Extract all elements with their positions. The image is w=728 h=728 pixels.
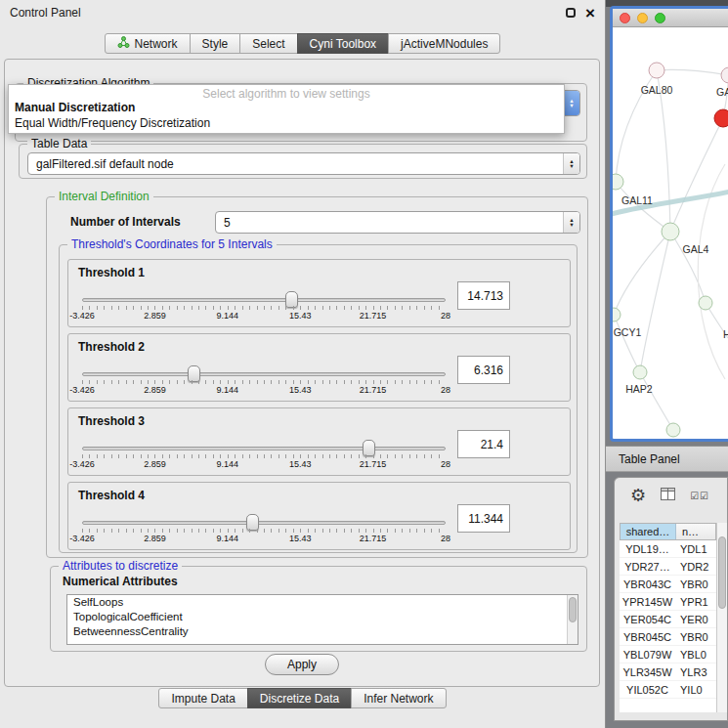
tick-label: -3.426 — [69, 311, 95, 321]
threshold-1-slider[interactable]: -3.426 2.859 9.144 15.43 21.715 28 — [82, 291, 446, 322]
table-panel-title: Table Panel — [619, 452, 680, 466]
tab-discretize-data[interactable]: Discretize Data — [247, 688, 352, 708]
scrollbar-thumb[interactable] — [718, 536, 726, 609]
list-item[interactable]: TopologicalCoefficient — [67, 610, 578, 624]
tick-label: -3.426 — [69, 385, 95, 395]
node-bottom-partial[interactable] — [666, 423, 680, 437]
menu-item-manual-discretization[interactable]: Manual Discretization — [9, 100, 564, 115]
table-panel-bar[interactable]: Table Panel — [606, 446, 728, 472]
tick-label: 15.43 — [289, 385, 312, 395]
table-row[interactable]: YBR043CYBR0 — [620, 576, 716, 593]
scrollbar-thumb[interactable] — [569, 597, 577, 622]
node-label-gal80: GAL80 — [641, 84, 673, 96]
column-header-name[interactable]: n… — [676, 524, 715, 539]
node-ga-partial[interactable] — [721, 67, 728, 83]
network-canvas[interactable]: GAL80 GA GAL11 GAL4 GCY1 H HAP2 — [613, 27, 728, 438]
columns-icon[interactable] — [661, 487, 675, 504]
cell: YIL0 — [675, 684, 716, 696]
float-window-icon[interactable] — [566, 8, 576, 18]
threshold-1-value-field[interactable]: 14.713 — [457, 281, 510, 310]
threshold-4-value-field[interactable]: 11.344 — [457, 504, 510, 533]
threshold-3-slider-track[interactable] — [82, 447, 446, 450]
threshold-4-slider-track[interactable] — [82, 521, 446, 525]
table-row[interactable]: YBL079WYBL0 — [620, 646, 716, 664]
cell: YPR1 — [675, 596, 716, 608]
threshold-3-value-field[interactable]: 21.4 — [457, 430, 510, 458]
apply-button[interactable]: Apply — [265, 654, 339, 675]
cell: YPR145W — [620, 596, 675, 608]
tab-impute-data[interactable]: Impute Data — [158, 688, 247, 708]
control-panel-titlebar: Control Panel × — [0, 0, 605, 25]
algorithm-placeholder-text: Select algorithm to view settings — [9, 85, 564, 100]
node-selected-red[interactable] — [714, 109, 728, 127]
tab-network[interactable]: Network — [105, 33, 191, 54]
threshold-1-slider-track[interactable] — [82, 298, 446, 302]
table-row[interactable]: YBR045CYBR0 — [620, 628, 716, 646]
tab-cyni-toolbox-label: Cyni Toolbox — [310, 37, 376, 51]
number-of-intervals-label: Number of Intervals — [70, 215, 181, 229]
numerical-attributes-list[interactable]: SelfLoops TopologicalCoefficient Between… — [66, 594, 578, 645]
tick-label: 21.715 — [360, 311, 387, 321]
tab-jactivemnodules[interactable]: jActiveMNodules — [388, 33, 500, 54]
attributes-group: Attributes to discretize Numerical Attri… — [50, 566, 587, 652]
threshold-2-slider-track[interactable] — [82, 372, 446, 376]
table-row[interactable]: YLR345WYLR3 — [620, 664, 716, 681]
threshold-3-slider[interactable]: -3.426 2.859 9.144 15.43 21.715 28 — [82, 440, 446, 471]
node-right[interactable] — [699, 296, 712, 310]
cell: YBR0 — [675, 631, 716, 643]
threshold-2-tickmarks — [82, 380, 446, 384]
tab-style[interactable]: Style — [190, 33, 241, 54]
close-window-icon[interactable]: × — [585, 5, 595, 21]
tab-infer-network[interactable]: Infer Network — [351, 688, 446, 708]
number-of-intervals-combobox[interactable]: 5 ▲▼ — [215, 211, 580, 234]
list-item[interactable]: BetweennessCentrality — [67, 624, 578, 639]
node-gal4[interactable] — [662, 223, 679, 240]
threshold-3-tick-labels: -3.426 2.859 9.144 15.43 21.715 28 — [82, 459, 446, 469]
tick-label: 15.43 — [289, 311, 312, 321]
cell: YDL19… — [620, 543, 675, 555]
gear-icon[interactable]: ⚙ — [630, 487, 646, 504]
table-data-combobox-stepper-icon[interactable]: ▲▼ — [563, 153, 579, 174]
threshold-2-value-field[interactable]: 6.316 — [457, 356, 510, 384]
close-traffic-light-icon[interactable] — [620, 13, 630, 23]
tick-label: 2.859 — [144, 385, 166, 395]
zoom-traffic-light-icon[interactable] — [655, 13, 665, 23]
interval-definition-group-title: Interval Definition — [55, 190, 153, 203]
table-data-group: Table Data galFiltered.sif default node … — [19, 144, 587, 179]
threshold-4-slider[interactable]: -3.426 2.859 9.144 15.43 21.715 28 — [82, 514, 446, 545]
algorithm-combobox-stepper-icon[interactable]: ▲▼ — [563, 91, 579, 115]
tab-select-label: Select — [252, 37, 284, 51]
network-view-window: GAL80 GA GAL11 GAL4 GCY1 H HAP2 — [610, 6, 728, 442]
node-label-gcy1: GCY1 — [614, 326, 642, 338]
tab-select[interactable]: Select — [239, 33, 297, 54]
node-label-ga: GA — [716, 86, 728, 98]
node-hap2[interactable] — [633, 365, 647, 379]
checkbox-icons[interactable]: ☑☑ — [690, 491, 709, 501]
threshold-2-label: Threshold 2 — [78, 340, 145, 354]
tab-cyni-toolbox[interactable]: Cyni Toolbox — [297, 33, 389, 54]
column-header-shared-name[interactable]: shared… — [621, 524, 676, 539]
minimize-traffic-light-icon[interactable] — [637, 13, 648, 23]
table-row[interactable]: YDR27…YDR2 — [620, 558, 716, 576]
table-row[interactable]: YPR145WYPR1 — [620, 593, 716, 611]
threshold-2-slider[interactable]: -3.426 2.859 9.144 15.43 21.715 28 — [82, 365, 446, 397]
threshold-4-tickmarks — [82, 529, 446, 533]
table-scrollbar[interactable] — [716, 523, 727, 712]
cell: YDL1 — [675, 543, 716, 555]
table-data-combobox[interactable]: galFiltered.sif default node ▲▼ — [27, 152, 580, 175]
table-row[interactable]: YDL19…YDL1 — [620, 540, 716, 558]
tick-label: -3.426 — [69, 534, 95, 543]
attributes-list-scrollbar[interactable] — [567, 595, 578, 644]
node-gal11[interactable] — [613, 174, 623, 190]
table-row[interactable]: YIL052CYIL0 — [620, 681, 716, 699]
node-gal80[interactable] — [649, 63, 664, 78]
tick-label: 9.144 — [217, 385, 239, 395]
menu-item-equal-width-frequency[interactable]: Equal Width/Frequency Discretization — [9, 115, 564, 131]
numerical-attributes-heading: Numerical Attributes — [63, 575, 178, 588]
table-row[interactable]: YER054CYER0 — [620, 611, 716, 628]
list-item[interactable]: SelfLoops — [67, 595, 578, 610]
node-gcy1[interactable] — [613, 308, 621, 321]
cell: YIL052C — [620, 684, 675, 696]
number-of-intervals-stepper-icon[interactable]: ▲▼ — [563, 212, 579, 233]
cell: YBL0 — [675, 649, 716, 661]
